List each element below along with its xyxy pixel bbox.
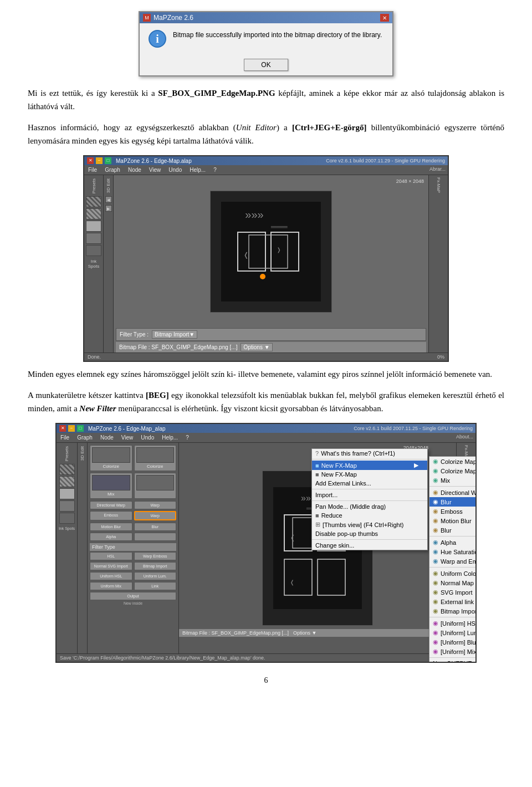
- node-blank-2[interactable]: [134, 533, 177, 541]
- 3d-btn-1[interactable]: ◀: [105, 196, 112, 203]
- node-alpha[interactable]: Alpha: [90, 533, 132, 541]
- ink-spots-label: Ink Spots: [85, 259, 102, 269]
- ctx-item-newfxmap[interactable]: ■ New FX-Map ▶: [312, 461, 427, 470]
- sub-item-svgimport[interactable]: ◉ SVG Import: [429, 587, 477, 597]
- sub-item-uniformmix[interactable]: ◉ [Uniform] Mix: [429, 647, 477, 656]
- node-uniform-hsl[interactable]: Uniform HSL: [90, 572, 132, 580]
- win2-preset-thumb-3[interactable]: [59, 488, 75, 499]
- ctx-item-panmode[interactable]: Pan Mode... (Middle drag): [312, 502, 427, 511]
- win2-menu-file[interactable]: File: [59, 434, 71, 441]
- filter-type-dropdown[interactable]: Bitmap Import▼: [152, 330, 197, 339]
- node-blank-1[interactable]: [134, 473, 177, 499]
- win2-options-btn[interactable]: Options ▼: [293, 630, 316, 636]
- sub-item-alpha[interactable]: ◉ Alpha: [429, 538, 477, 547]
- node-colorize-2[interactable]: Colorize: [134, 445, 177, 471]
- ctx-item-import[interactable]: Import...: [312, 490, 427, 499]
- dialog-ok-button[interactable]: OK: [244, 59, 288, 71]
- menu-undo[interactable]: Undo: [167, 166, 183, 173]
- sub-item-motionblur[interactable]: ◉ Motion Blur: [429, 516, 477, 525]
- ctx-item-addexternal[interactable]: Add External Links...: [312, 479, 427, 488]
- ctx-item-changeskin[interactable]: Change skin...: [312, 541, 427, 550]
- bitmap-options-btn[interactable]: Options ▼: [241, 343, 272, 351]
- node-mix[interactable]: Mix: [90, 473, 132, 499]
- sub-item-colorize-blend[interactable]: ◉ Colorize Map [Blending Mode]: [429, 466, 477, 476]
- ctx-item-whatsthis[interactable]: ? What's this frame? (Ctrl+f1): [312, 449, 427, 458]
- sub-item-uniformblur[interactable]: ◉ [Uniform] Blur: [429, 637, 477, 647]
- sub-item-bitmapimport[interactable]: ◉ Bitmap Import: [429, 606, 477, 616]
- 3d-btn-2[interactable]: ▶: [105, 205, 112, 212]
- node-uniform-lum[interactable]: Uniform Lum.: [134, 572, 177, 580]
- sub-item-newoutput[interactable]: New OUTPUT...: [429, 659, 477, 663]
- win2-menu-help[interactable]: Help...: [160, 434, 180, 441]
- win2-preset-thumb-1[interactable]: [59, 464, 75, 475]
- node-normal-svg[interactable]: Normal SVG Import: [90, 562, 132, 570]
- win2-menu-node[interactable]: Node: [99, 434, 115, 441]
- sub-item-emboss[interactable]: ◉ Emboss: [429, 507, 477, 516]
- win2-preset-thumb-5[interactable]: [59, 513, 75, 524]
- sub-item-colorize[interactable]: ◉ Colorize Map: [429, 457, 477, 466]
- sub-item-blur-hi[interactable]: ◉ Blur: [429, 497, 477, 507]
- win2-menu-view[interactable]: View: [120, 434, 135, 441]
- preset-thumb-3[interactable]: [86, 221, 101, 232]
- win2-close-btn[interactable]: ✕: [59, 425, 66, 432]
- sub-label-newoutput: New OUTPUT...: [433, 660, 476, 663]
- sub-item-dirwarp[interactable]: ◉ Directional Warp: [429, 488, 477, 497]
- node-output[interactable]: Output: [90, 592, 176, 600]
- node-bitmap-import-2[interactable]: Bitmap Import: [134, 562, 177, 570]
- node-link[interactable]: Link: [134, 582, 177, 590]
- sub-div-2: [429, 536, 477, 536]
- node-motion-blur[interactable]: Motion Blur: [90, 523, 132, 531]
- ctx-arrow-1: ▶: [414, 462, 418, 469]
- sub-item-blur2[interactable]: ◉ Blur: [429, 525, 477, 535]
- node-hsl[interactable]: HSL: [90, 552, 132, 560]
- ctx-item-thumbsview[interactable]: ⊞ [Thumbs view] (F4 Ctrl+Right): [312, 520, 427, 529]
- node-colorize-1[interactable]: Colorize: [90, 445, 132, 471]
- node-uniform-mix[interactable]: Uniform Mix: [90, 582, 132, 590]
- win2-menu-graph[interactable]: Graph: [75, 434, 94, 441]
- node-emboss[interactable]: Emboss: [90, 511, 132, 520]
- win2-preset-thumb-4[interactable]: [59, 500, 75, 512]
- ctx-item-reduce[interactable]: ■ Reduce: [312, 511, 427, 520]
- win2-menu-undo[interactable]: Undo: [139, 434, 156, 441]
- node-warp-emboss[interactable]: Warp Emboss: [134, 552, 177, 560]
- para4-italic-bold: New Filter: [79, 404, 116, 413]
- sub-item-hue[interactable]: ◉ Hue Saturation Lum. Shift: [429, 547, 477, 556]
- win2-max-btn[interactable]: □: [77, 425, 84, 432]
- sub-item-warpemboss[interactable]: ◉ Warp and Emboss: [429, 556, 477, 566]
- preset-thumb-4[interactable]: [86, 233, 101, 244]
- ctx-divider-4: [312, 539, 427, 540]
- preset-thumb-5[interactable]: [86, 245, 101, 256]
- menu-view[interactable]: View: [147, 166, 163, 173]
- para4-end: menüparanccsal is elérhetünk. Így viszon…: [116, 404, 383, 413]
- node-thumb-colorize2: [136, 447, 175, 463]
- node-warp[interactable]: Warp: [134, 501, 177, 509]
- dialog-close-button[interactable]: ✕: [380, 14, 389, 22]
- preset-thumb-1[interactable]: [86, 196, 101, 207]
- sub-item-normalmap[interactable]: ◉ Normal Map: [429, 578, 477, 587]
- ctx-item-disablepopup[interactable]: Disable pop-up thumbs: [312, 529, 427, 538]
- node-dirwarp[interactable]: Directional Warp: [90, 501, 132, 509]
- sub-item-uniformhsl[interactable]: ◉ [Uniform] HSL: [429, 619, 477, 628]
- sub-item-externalfx[interactable]: ◉ External link to Fx: [429, 597, 477, 606]
- win2-preset-thumb-2[interactable]: [59, 476, 75, 487]
- min-btn-1[interactable]: −: [96, 157, 103, 164]
- sub-item-uniformcolor[interactable]: ◉ Uniform Color: [429, 569, 477, 578]
- max-btn-1[interactable]: □: [105, 157, 111, 164]
- sub-item-mix[interactable]: ◉ Mix: [429, 476, 477, 485]
- menu-node[interactable]: Node: [126, 166, 143, 173]
- menu-file[interactable]: File: [86, 166, 99, 173]
- win2-min-btn[interactable]: −: [68, 425, 75, 432]
- menu-graph[interactable]: Graph: [103, 166, 122, 173]
- menu-q[interactable]: ?: [212, 166, 218, 173]
- win2-3dedit-label: 3D Edit: [80, 444, 85, 463]
- sub-item-uniformlum[interactable]: ◉ [Uniform] Luminosity/Contrast: [429, 628, 477, 637]
- menu-help[interactable]: Help...: [188, 166, 207, 173]
- ctx-item-newfxmap2[interactable]: ■ New FX-Map: [312, 470, 427, 479]
- node-blur-2[interactable]: Blur: [134, 523, 177, 531]
- win2-menu-q[interactable]: ?: [184, 434, 191, 441]
- node-warp-selected[interactable]: Warp: [134, 511, 177, 520]
- sub-label-uniformmix: [Uniform] Mix: [441, 648, 477, 655]
- preset-thumb-2[interactable]: [86, 208, 101, 219]
- close-btn-1[interactable]: ✕: [87, 157, 94, 164]
- ctx-divider-2: [312, 489, 427, 489]
